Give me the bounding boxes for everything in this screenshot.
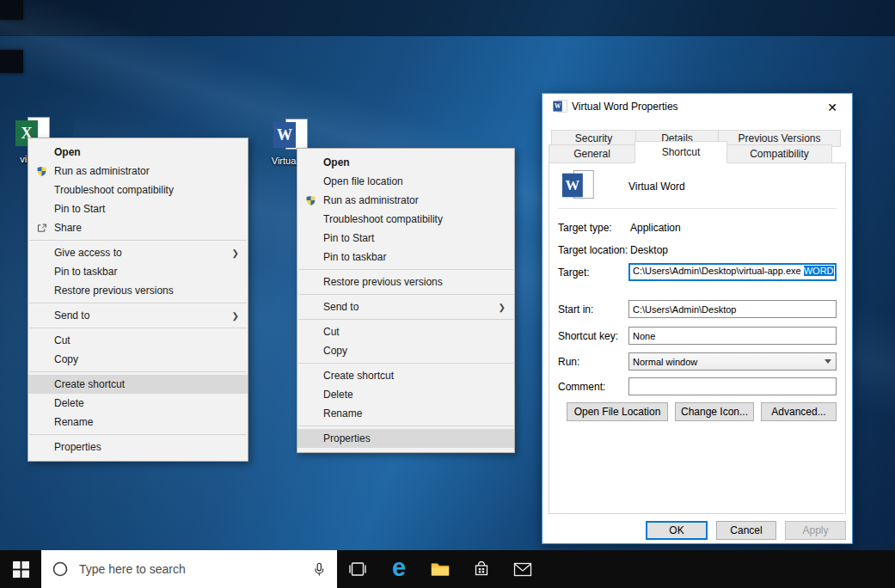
task-view-button[interactable] — [337, 550, 378, 588]
menu-item-delete[interactable]: Delete — [28, 394, 248, 413]
taskbar-search[interactable] — [41, 550, 337, 588]
shortcut-key-label: Shortcut key: — [558, 330, 618, 342]
tab-shortcut[interactable]: Shortcut — [634, 141, 727, 163]
word-app-icon-large: W — [561, 170, 596, 201]
menu-item-label: Delete — [323, 389, 353, 401]
chevron-down-icon — [825, 359, 831, 364]
shortcut-key-input[interactable] — [628, 327, 837, 345]
tab-strip-front-row: GeneralShortcutCompatibility — [549, 144, 831, 163]
menu-separator — [298, 426, 513, 426]
menu-item-rename[interactable]: Rename — [28, 413, 248, 432]
start-in-label: Start in: — [558, 303, 593, 315]
search-input[interactable] — [77, 561, 301, 577]
menu-item-copy[interactable]: Copy — [28, 350, 248, 369]
menu-item-label: Rename — [54, 416, 93, 428]
menu-item-label: Properties — [323, 432, 371, 444]
word-app-icon: W — [273, 119, 309, 151]
menu-item-label: Open — [54, 146, 81, 158]
run-select[interactable]: Normal window — [628, 352, 837, 371]
tab-compatibility[interactable]: Compatibility — [726, 144, 832, 163]
share-icon — [28, 223, 54, 234]
menu-item-pin-to-taskbar[interactable]: Pin to taskbar — [28, 262, 248, 281]
menu-separator — [29, 434, 247, 435]
store-button[interactable] — [461, 550, 502, 588]
menu-item-give-access-to[interactable]: Give access to❯ — [28, 243, 248, 262]
menu-item-label: Create shortcut — [54, 378, 125, 390]
tab-general[interactable]: General — [549, 144, 635, 163]
menu-item-cut[interactable]: Cut — [297, 322, 514, 341]
menu-item-properties[interactable]: Properties — [297, 429, 514, 448]
start-button[interactable] — [0, 550, 41, 588]
partial-desktop-icon-2[interactable] — [0, 50, 23, 73]
menu-separator — [29, 328, 247, 328]
menu-separator — [298, 319, 513, 320]
menu-item-properties[interactable]: Properties — [28, 438, 248, 456]
dialog-titlebar[interactable]: W Virtual Word Properties ✕ — [543, 94, 852, 119]
target-type-value: Application — [630, 222, 681, 234]
menu-item-open-file-location[interactable]: Open file location — [297, 172, 514, 191]
apply-button[interactable]: Apply — [785, 521, 846, 540]
menu-item-copy[interactable]: Copy — [297, 341, 514, 360]
menu-item-pin-to-start[interactable]: Pin to Start — [28, 199, 248, 218]
menu-item-restore-previous-versions[interactable]: Restore previous versions — [28, 281, 248, 300]
menu-item-rename[interactable]: Rename — [297, 404, 514, 423]
target-label: Target: — [558, 266, 590, 279]
menu-item-create-shortcut[interactable]: Create shortcut — [28, 375, 248, 394]
target-location-label: Target location: — [558, 244, 628, 256]
menu-item-troubleshoot-compatibility[interactable]: Troubleshoot compatibility — [28, 181, 248, 199]
menu-item-troubleshoot-compatibility[interactable]: Troubleshoot compatibility — [297, 210, 514, 229]
ok-button[interactable]: OK — [646, 521, 708, 540]
microphone-icon[interactable] — [311, 561, 327, 577]
menu-separator — [298, 294, 513, 295]
file-explorer-button[interactable] — [420, 550, 461, 588]
menu-item-label: Run as administrator — [54, 165, 150, 177]
word-letter-glyph: W — [273, 122, 296, 148]
menu-item-label: Copy — [54, 353, 78, 365]
edge-icon: e — [392, 555, 406, 580]
menu-item-label: Pin to taskbar — [323, 251, 386, 263]
shortcut-name: Virtual Word — [628, 181, 685, 193]
menu-item-create-shortcut[interactable]: Create shortcut — [297, 366, 514, 385]
menu-item-send-to[interactable]: Send to❯ — [297, 297, 514, 316]
task-view-icon — [348, 561, 367, 577]
submenu-arrow-icon: ❯ — [232, 311, 239, 321]
submenu-arrow-icon: ❯ — [499, 303, 506, 312]
menu-separator — [298, 363, 513, 364]
menu-item-label: Copy — [323, 345, 347, 357]
start-in-input[interactable] — [628, 300, 837, 318]
change-icon-button[interactable]: Change Icon... — [675, 402, 754, 421]
target-input[interactable]: C:\Users\Admin\Desktop\virtual-app.exe W… — [628, 263, 837, 281]
properties-dialog: W Virtual Word Properties ✕ SecurityDeta… — [542, 93, 853, 544]
menu-separator — [29, 303, 247, 303]
comment-input[interactable] — [628, 377, 837, 395]
menu-item-label: Rename — [323, 407, 362, 420]
close-icon[interactable]: ✕ — [821, 99, 843, 116]
wallpaper-dark-band — [0, 0, 895, 36]
menu-item-delete[interactable]: Delete — [297, 385, 514, 404]
mail-button[interactable] — [502, 550, 543, 588]
menu-item-share[interactable]: Share — [28, 218, 248, 237]
menu-item-label: Give access to — [54, 247, 122, 259]
target-location-value: Desktop — [630, 244, 668, 256]
menu-item-open[interactable]: Open — [28, 143, 248, 162]
menu-item-run-as-administrator[interactable]: Run as administrator — [28, 162, 248, 181]
menu-item-send-to[interactable]: Send to❯ — [28, 306, 248, 325]
menu-item-label: Cut — [54, 334, 70, 346]
folder-icon — [430, 561, 451, 578]
advanced-button[interactable]: Advanced... — [761, 402, 837, 421]
partial-desktop-icon-1[interactable] — [0, 0, 23, 20]
menu-item-open[interactable]: Open — [297, 153, 514, 172]
menu-item-restore-previous-versions[interactable]: Restore previous versions — [297, 273, 514, 291]
menu-item-run-as-administrator[interactable]: Run as administrator — [297, 191, 514, 210]
menu-item-label: Send to — [54, 309, 89, 322]
edge-browser-button[interactable]: e — [378, 550, 420, 588]
menu-item-cut[interactable]: Cut — [28, 331, 248, 350]
menu-item-label: Open — [323, 156, 350, 168]
menu-item-pin-to-taskbar[interactable]: Pin to taskbar — [297, 248, 514, 266]
menu-item-label: Create shortcut — [323, 370, 394, 382]
open-file-location-button[interactable]: Open File Location — [567, 402, 668, 421]
shield-icon — [297, 195, 323, 206]
cancel-button[interactable]: Cancel — [716, 521, 776, 540]
menu-item-pin-to-start[interactable]: Pin to Start — [297, 229, 514, 248]
menu-separator — [298, 269, 513, 270]
